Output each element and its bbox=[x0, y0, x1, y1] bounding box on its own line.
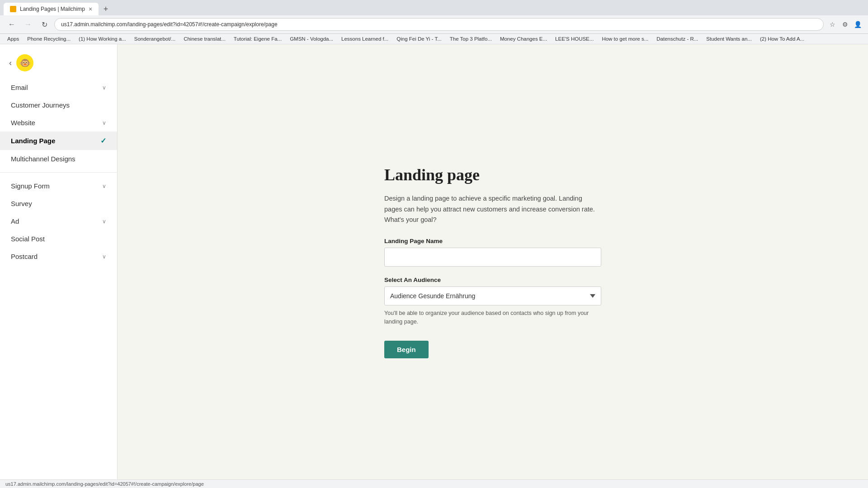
landing-page-name-label: Landing Page Name bbox=[384, 238, 601, 244]
bookmark-5[interactable]: Tutorial: Eigene Fa... bbox=[232, 35, 283, 42]
sidebar-label-website: Website bbox=[11, 119, 35, 127]
sidebar-link-landing-page[interactable]: Landing Page ✓ bbox=[0, 131, 117, 150]
sidebar-back-button[interactable]: ‹ bbox=[9, 58, 12, 68]
bookmark-12[interactable]: How to get more s... bbox=[600, 35, 650, 42]
bookmark-6[interactable]: GMSN - Vologda... bbox=[288, 35, 335, 42]
sidebar-divider bbox=[0, 172, 117, 173]
audience-label: Select An Audience bbox=[384, 277, 601, 283]
sidebar-label-postcard: Postcard bbox=[11, 253, 38, 260]
nav-bar: ← → ↻ us17.admin.mailchimp.com/landing-p… bbox=[0, 15, 868, 34]
sidebar-label-email: Email bbox=[11, 84, 28, 91]
bookmark-1[interactable]: Phone Recycling... bbox=[25, 35, 72, 42]
sidebar-label-social-post: Social Post bbox=[11, 235, 45, 243]
chevron-down-icon: ∨ bbox=[102, 120, 106, 126]
page-title: Landing page bbox=[384, 165, 601, 184]
main-layout: ‹ 🐵 Email ∨ Customer Journeys Website bbox=[0, 44, 868, 479]
sidebar-item-customer-journeys[interactable]: Customer Journeys bbox=[0, 96, 117, 114]
main-content: Landing page Design a landing page to ac… bbox=[118, 44, 868, 479]
bookmark-14[interactable]: Student Wants an... bbox=[704, 35, 754, 42]
bookmark-15[interactable]: (2) How To Add A... bbox=[758, 35, 806, 42]
status-text: us17.admin.mailchimp.com/landing-pages/e… bbox=[5, 481, 204, 487]
bookmark-13[interactable]: Datenschutz - R... bbox=[655, 35, 700, 42]
bookmarks-bar: Apps Phone Recycling... (1) How Working … bbox=[0, 34, 868, 44]
chevron-down-icon: ∨ bbox=[102, 253, 106, 260]
bookmark-4[interactable]: Chinese translat... bbox=[182, 35, 227, 42]
sidebar-link-customer-journeys[interactable]: Customer Journeys bbox=[0, 96, 117, 114]
tab-bar: Landing Pages | Mailchimp × + bbox=[0, 0, 868, 15]
page-description: Design a landing page to achieve a speci… bbox=[384, 193, 601, 225]
sidebar-link-social-post[interactable]: Social Post bbox=[0, 230, 117, 248]
audience-note: You'll be able to organize your audience… bbox=[384, 309, 601, 326]
bookmark-apps[interactable]: Apps bbox=[5, 35, 21, 42]
bookmark-9[interactable]: The Top 3 Platfo... bbox=[448, 35, 494, 42]
bookmark-8[interactable]: Qing Fei De Yi - T... bbox=[395, 35, 443, 42]
sidebar-label-multichannel: Multichannel Designs bbox=[11, 155, 75, 163]
sidebar-label-customer-journeys: Customer Journeys bbox=[11, 101, 70, 109]
sidebar-nav-primary: Email ∨ Customer Journeys Website ∨ Land… bbox=[0, 79, 117, 168]
sidebar-item-survey[interactable]: Survey bbox=[0, 195, 117, 212]
chevron-down-icon: ∨ bbox=[102, 183, 106, 189]
address-text: us17.admin.mailchimp.com/landing-pages/e… bbox=[61, 21, 278, 28]
landing-page-name-input[interactable] bbox=[384, 248, 601, 267]
sidebar-item-postcard[interactable]: Postcard ∨ bbox=[0, 248, 117, 265]
sidebar-item-ad[interactable]: Ad ∨ bbox=[0, 212, 117, 230]
new-tab-button[interactable]: + bbox=[99, 3, 112, 15]
landing-page-name-group: Landing Page Name bbox=[384, 238, 601, 267]
sidebar-logo-area: ‹ 🐵 bbox=[0, 49, 117, 79]
sidebar-link-multichannel[interactable]: Multichannel Designs bbox=[0, 150, 117, 168]
nav-icons: ☆ ⚙ 👤 bbox=[827, 19, 863, 29]
landing-page-form-card: Landing page Design a landing page to ac… bbox=[384, 165, 601, 358]
browser-chrome: Landing Pages | Mailchimp × + ← → ↻ us17… bbox=[0, 0, 868, 44]
sidebar-item-email[interactable]: Email ∨ bbox=[0, 79, 117, 96]
back-button[interactable]: ← bbox=[5, 18, 18, 31]
sidebar-nav-secondary: Signup Form ∨ Survey Ad ∨ Social Post bbox=[0, 177, 117, 265]
sidebar-link-ad[interactable]: Ad ∨ bbox=[0, 212, 117, 230]
check-icon: ✓ bbox=[100, 136, 106, 145]
sidebar-link-website[interactable]: Website ∨ bbox=[0, 114, 117, 131]
sidebar-label-survey: Survey bbox=[11, 200, 32, 207]
sidebar-label-ad: Ad bbox=[11, 217, 19, 225]
address-bar[interactable]: us17.admin.mailchimp.com/landing-pages/e… bbox=[54, 18, 824, 31]
extensions-icon[interactable]: ⚙ bbox=[840, 19, 850, 29]
bookmark-10[interactable]: Money Changes E... bbox=[498, 35, 549, 42]
bookmark-3[interactable]: Sonderangebot/... bbox=[132, 35, 177, 42]
sidebar-label-landing-page: Landing Page bbox=[11, 137, 55, 145]
bookmark-11[interactable]: LEE'S HOUSE... bbox=[553, 35, 595, 42]
sidebar-item-social-post[interactable]: Social Post bbox=[0, 230, 117, 248]
status-bar: us17.admin.mailchimp.com/landing-pages/e… bbox=[0, 479, 868, 488]
sidebar-item-landing-page[interactable]: Landing Page ✓ bbox=[0, 131, 117, 150]
chevron-down-icon: ∨ bbox=[102, 84, 106, 91]
sidebar-link-postcard[interactable]: Postcard ∨ bbox=[0, 248, 117, 265]
sidebar-label-signup-form: Signup Form bbox=[11, 182, 50, 190]
sidebar-item-signup-form[interactable]: Signup Form ∨ bbox=[0, 177, 117, 195]
sidebar-item-multichannel[interactable]: Multichannel Designs bbox=[0, 150, 117, 168]
sidebar-item-website[interactable]: Website ∨ bbox=[0, 114, 117, 131]
tab-favicon bbox=[10, 6, 16, 12]
tab-title: Landing Pages | Mailchimp bbox=[20, 6, 85, 12]
sidebar-link-survey[interactable]: Survey bbox=[0, 195, 117, 212]
chevron-down-icon: ∨ bbox=[102, 218, 106, 225]
audience-group: Select An Audience Audience Gesunde Ernä… bbox=[384, 277, 601, 326]
tab-close-button[interactable]: × bbox=[89, 5, 92, 13]
reload-button[interactable]: ↻ bbox=[38, 18, 51, 31]
bookmark-icon[interactable]: ☆ bbox=[827, 19, 837, 29]
begin-button[interactable]: Begin bbox=[384, 341, 429, 358]
audience-select[interactable]: Audience Gesunde Ernährung bbox=[384, 286, 601, 305]
sidebar-link-signup-form[interactable]: Signup Form ∨ bbox=[0, 177, 117, 195]
bookmark-2[interactable]: (1) How Working a... bbox=[77, 35, 128, 42]
forward-button[interactable]: → bbox=[22, 18, 34, 31]
mailchimp-logo[interactable]: 🐵 bbox=[16, 54, 33, 71]
sidebar-link-email[interactable]: Email ∨ bbox=[0, 79, 117, 96]
active-tab[interactable]: Landing Pages | Mailchimp × bbox=[4, 3, 99, 15]
profile-icon[interactable]: 👤 bbox=[853, 19, 863, 29]
bookmark-7[interactable]: Lessons Learned f... bbox=[340, 35, 390, 42]
sidebar: ‹ 🐵 Email ∨ Customer Journeys Website bbox=[0, 44, 118, 479]
